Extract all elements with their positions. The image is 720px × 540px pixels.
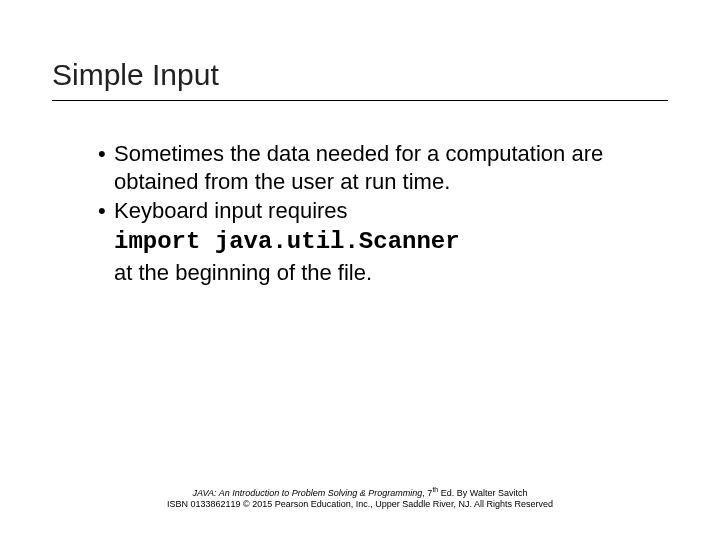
footer-line-1: JAVA: An Introduction to Problem Solving… — [0, 486, 720, 499]
bullet-2-continuation: at the beginning of the file. — [98, 259, 660, 287]
slide-title: Simple Input — [52, 58, 219, 92]
footer-edition-prefix: , 7 — [422, 488, 432, 498]
title-underline — [52, 100, 668, 101]
footer-book-title: JAVA: An Introduction to Problem Solving… — [193, 488, 423, 498]
footer-edition-suffix: Ed. By Walter Savitch — [438, 488, 527, 498]
slide: Simple Input Sometimes the data needed f… — [0, 0, 720, 540]
code-line: import java.util.Scanner — [98, 227, 660, 257]
slide-body: Sometimes the data needed for a computat… — [98, 140, 660, 286]
slide-footer: JAVA: An Introduction to Problem Solving… — [0, 486, 720, 511]
footer-line-2: ISBN 0133862119 © 2015 Pearson Education… — [0, 499, 720, 510]
bullet-2: Keyboard input requires — [98, 197, 660, 225]
bullet-1: Sometimes the data needed for a computat… — [98, 140, 660, 195]
